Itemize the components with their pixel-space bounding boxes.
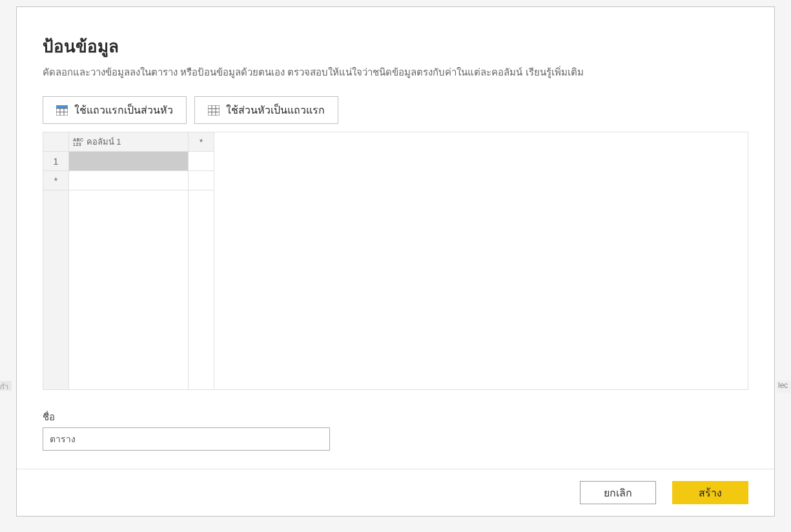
add-column-cell-new-row[interactable] <box>189 171 214 190</box>
data-cell-new-row-c1[interactable] <box>69 171 188 190</box>
add-column-cell[interactable]: * <box>189 132 214 152</box>
enter-data-dialog: ป้อนข้อมูล คัดลอกและวางข้อมูลลงในตาราง ห… <box>16 6 775 517</box>
table-header-icon <box>56 105 68 116</box>
corner-cell[interactable] <box>43 132 69 152</box>
column-header-1[interactable]: ABC 123 คอลัมน์ 1 <box>69 132 189 152</box>
button-label: ใช้ส่วนหัวเป็นแถวแรก <box>226 102 325 118</box>
add-column-cell-r1[interactable] <box>189 152 214 171</box>
button-label: ใช้แถวแรกเป็นส่วนหัว <box>74 102 173 118</box>
grid-column-headers: ABC 123 คอลัมน์ 1 * <box>43 132 748 152</box>
svg-rect-5 <box>208 105 220 116</box>
header-toolbar: ใช้แถวแรกเป็นส่วนหัว ใช้ส่วนหัวเป็นแถวแร… <box>43 96 748 124</box>
background-fragment-left: กำ <box>0 381 12 391</box>
row-headers-empty <box>43 190 68 389</box>
background-fragment-right: lec <box>777 381 791 393</box>
data-entry-grid[interactable]: ABC 123 คอลัมน์ 1 * 1 * <box>43 132 748 390</box>
dialog-footer: ยกเลิก สร้าง <box>17 469 774 516</box>
svg-rect-0 <box>56 105 68 108</box>
use-header-as-first-row-button[interactable]: ใช้ส่วนหัวเป็นแถวแรก <box>194 96 338 124</box>
data-column-1 <box>69 152 189 389</box>
table-name-input[interactable] <box>43 427 330 451</box>
dialog-subtitle: คัดลอกและวางข้อมูลลงในตาราง หรือป้อนข้อม… <box>43 65 748 80</box>
cancel-button[interactable]: ยกเลิก <box>580 481 656 504</box>
dialog-title: ป้อนข้อมูล <box>43 33 748 59</box>
add-row-cell[interactable]: * <box>43 171 68 190</box>
row-headers-column: 1 * <box>43 152 69 389</box>
table-name-section: ชื่อ <box>43 409 748 451</box>
dialog-content: ป้อนข้อมูล คัดลอกและวางข้อมูลลงในตาราง ห… <box>17 7 774 469</box>
column-type-icon: ABC 123 <box>73 138 84 147</box>
data-columns <box>69 152 214 389</box>
name-label: ชื่อ <box>43 409 748 425</box>
grid-body: 1 * <box>43 152 748 389</box>
table-grid-icon <box>208 105 220 116</box>
data-cell-r1-c1[interactable] <box>69 152 188 171</box>
column-name: คอลัมน์ 1 <box>87 135 121 148</box>
use-first-row-as-header-button[interactable]: ใช้แถวแรกเป็นส่วนหัว <box>43 96 187 124</box>
create-button[interactable]: สร้าง <box>672 481 748 504</box>
row-header-1[interactable]: 1 <box>43 152 68 171</box>
add-column-body <box>189 152 214 389</box>
